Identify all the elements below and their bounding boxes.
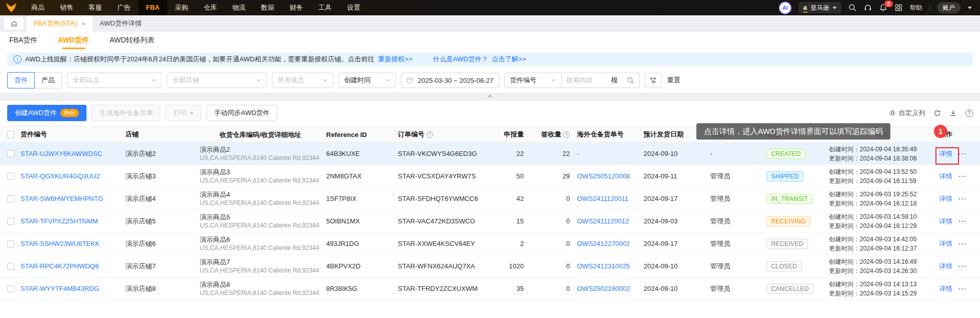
row-checkbox[interactable] [7, 150, 14, 157]
status-select-value: 所有状态 [278, 76, 304, 85]
nav-item[interactable]: 数据 [253, 0, 282, 15]
mode-shipment-button[interactable]: 货件 [7, 72, 35, 88]
mode-product-button[interactable]: 产品 [35, 72, 62, 88]
page-tab[interactable]: AWD货件详情 [93, 15, 154, 32]
customize-columns-button[interactable]: 自定义列 [889, 108, 925, 118]
detail-link[interactable]: 详情 [939, 172, 952, 181]
ows-no-link[interactable]: OWS2412310025 [577, 262, 630, 270]
ows-no-link[interactable]: OWS2505120008 [577, 172, 630, 180]
store-select[interactable]: 全部店铺 [167, 73, 267, 88]
nav-item[interactable]: FBA [138, 0, 167, 15]
ows-no-link[interactable]: OWS2502190002 [577, 285, 630, 292]
shipment-id-link[interactable]: STAR-UJWXY6KAWWDSC [20, 150, 102, 157]
app-logo-icon[interactable] [5, 3, 17, 13]
shipment-id-link[interactable]: STAR-RPC4K72PHWDQ6 [20, 262, 99, 270]
row-checkbox[interactable] [7, 285, 14, 292]
ows-no-link[interactable]: OWS2411120012 [577, 217, 629, 225]
create-awd-shipment-button[interactable]: 创建AWD货件 Beta [7, 105, 87, 121]
row-checkbox[interactable] [7, 173, 14, 180]
more-actions-button[interactable]: ··· [958, 285, 967, 292]
site-select[interactable]: 全部站点 [67, 73, 162, 88]
section-tab[interactable]: FBA货件 [9, 32, 37, 49]
calendar-icon [407, 77, 414, 84]
nav-item[interactable]: 仓库 [196, 0, 225, 15]
ai-assistant-button[interactable]: AI [779, 2, 792, 14]
account-menu[interactable]: 账户 [937, 2, 961, 13]
row-checkbox[interactable] [7, 195, 14, 202]
shipment-row: STAR-WYYTF4MB43RDG 演示店铺8 演示商品8 US,CA,HES… [0, 278, 980, 300]
received-qty-help-icon[interactable]: ? [563, 131, 570, 138]
ows-no-link[interactable]: OWS2412270002 [577, 240, 630, 247]
row-checkbox[interactable] [7, 218, 14, 225]
search-icon[interactable] [627, 77, 634, 84]
nav-item[interactable]: 工具 [311, 0, 339, 15]
detail-link[interactable]: 详情 [939, 239, 952, 248]
sync-awd-button[interactable]: 手动同步AWD货件 [206, 105, 277, 121]
print-button[interactable]: 打印 [165, 105, 201, 121]
nav-item[interactable]: 商品 [24, 0, 52, 15]
order-no-help-icon[interactable]: ? [427, 131, 433, 138]
row-checkbox[interactable] [7, 263, 14, 270]
apps-grid-icon[interactable] [894, 4, 903, 12]
more-actions-button[interactable]: ··· [958, 240, 967, 247]
section-tab[interactable]: AWD货件 [58, 32, 89, 49]
headset-icon[interactable] [864, 4, 872, 12]
search-input[interactable]: 搜索内容 模 [562, 73, 640, 88]
status-badge: CLOSED [766, 261, 802, 271]
detail-link[interactable]: 详情 [939, 284, 952, 293]
page-tab[interactable]: FBA货件(STA) × [27, 15, 93, 32]
shipment-id-link[interactable]: STAR-SSHW23WU6TEKK [20, 240, 99, 247]
amazon-icon: a [803, 5, 807, 11]
nav-item[interactable]: 销售 [52, 0, 81, 15]
select-all-checkbox[interactable] [7, 131, 14, 138]
shipment-id-link[interactable]: STAR-SW6HWYEMHPNTG [20, 195, 103, 202]
nav-item[interactable]: 采购 [167, 0, 196, 15]
help-question-icon[interactable]: ? [965, 109, 973, 117]
ows-no-link[interactable]: - [577, 150, 579, 157]
date-range-picker[interactable]: 2025-03-30 ~ 2025-06-27 [401, 73, 499, 88]
shipment-id-link[interactable]: STAR-WYYTF4MB43RDG [20, 285, 99, 292]
reference-id: 5OIBN1MX [326, 217, 360, 225]
download-icon[interactable] [949, 109, 957, 117]
collapse-filters-chevron-icon[interactable] [487, 93, 493, 99]
close-tab-icon[interactable]: × [81, 20, 86, 28]
generate-stock-order-button[interactable]: 生成海外仓备货单 [92, 105, 160, 121]
more-actions-button[interactable]: ··· [958, 217, 967, 225]
marketplace-selector[interactable]: a 亚马逊 [799, 2, 841, 13]
status-select[interactable]: 所有状态 [272, 73, 333, 88]
more-actions-button[interactable]: ··· [958, 172, 967, 180]
nav-item[interactable]: 广告 [110, 0, 138, 15]
account-chevron-down-icon[interactable] [968, 7, 972, 9]
nav-menu: 商品销售客服广告FBA采购仓库物流数据财务工具设置 [24, 0, 368, 15]
window-tabbar: FBA货件(STA) × AWD货件详情 [0, 15, 980, 32]
detail-link[interactable]: 详情 [939, 217, 952, 226]
refresh-icon[interactable] [933, 109, 941, 117]
shipment-id-link[interactable]: STAR-TFVPXZZ5HTNMM [20, 217, 98, 225]
notifications-bell-icon[interactable]: 8 [879, 4, 887, 12]
reauthorize-link[interactable]: 重新授权>> [378, 55, 412, 64]
more-actions-button[interactable]: ··· [958, 262, 967, 270]
shipment-id-link[interactable]: STAR-QGXKUR4GQ3UU2 [20, 172, 100, 180]
detail-link[interactable]: 详情 [939, 262, 952, 271]
advanced-filter-button[interactable] [645, 73, 662, 88]
eta-date: 2024-09-10 [644, 262, 678, 270]
nav-item[interactable]: 设置 [339, 0, 368, 15]
home-tab[interactable] [4, 17, 24, 30]
nav-item[interactable]: 客服 [81, 0, 110, 15]
ows-no-link[interactable]: OWS2411120011 [577, 195, 628, 202]
time-type-select[interactable]: 创建时间 [338, 73, 396, 88]
fuzzy-toggle[interactable]: 模 [611, 76, 618, 85]
more-actions-button[interactable]: ··· [958, 150, 967, 157]
search-field-select[interactable]: 货件编号 [504, 73, 562, 88]
row-checkbox[interactable] [7, 240, 14, 247]
section-tab[interactable]: AWD转移列表 [110, 32, 155, 49]
nav-item[interactable]: 财务 [282, 0, 311, 15]
search-icon[interactable] [848, 4, 857, 12]
detail-link[interactable]: 详情 [939, 194, 952, 203]
help-link[interactable]: 帮助 [910, 4, 922, 12]
what-is-awd-link[interactable]: 什么是AWD货件？ [433, 55, 488, 64]
learn-more-link[interactable]: 点击了解>> [492, 55, 526, 64]
more-actions-button[interactable]: ··· [958, 195, 967, 202]
reset-button[interactable]: 重置 [667, 76, 680, 85]
nav-item[interactable]: 物流 [225, 0, 253, 15]
